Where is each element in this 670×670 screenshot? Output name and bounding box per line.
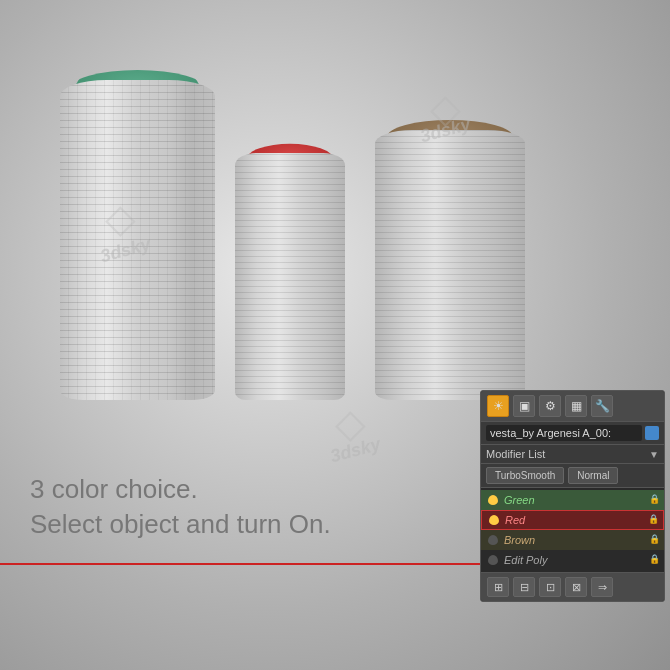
object-color-indicator bbox=[645, 426, 659, 440]
camera-icon-button[interactable]: ▣ bbox=[513, 395, 535, 417]
bulb-brown-icon bbox=[486, 533, 500, 547]
vase-right bbox=[375, 110, 525, 400]
modifier-item-editpoly[interactable]: Edit Poly 🔒 bbox=[481, 550, 664, 570]
lock-editpoly-icon: 🔒 bbox=[649, 554, 659, 566]
text-overlay: 3 color choice. Select object and turn O… bbox=[30, 474, 331, 540]
red-line bbox=[0, 563, 490, 565]
lock-brown-icon: 🔒 bbox=[649, 534, 659, 546]
monitor-icon-button[interactable]: ▦ bbox=[565, 395, 587, 417]
text-line2: Select object and turn On. bbox=[30, 509, 331, 540]
wrench-icon-button[interactable]: 🔧 bbox=[591, 395, 613, 417]
gear-icon-button[interactable]: ⚙ bbox=[539, 395, 561, 417]
text-line1: 3 color choice. bbox=[30, 474, 331, 505]
modifier-item-brown[interactable]: Brown 🔒 bbox=[481, 530, 664, 550]
watermark-3: 3dsky bbox=[328, 434, 383, 467]
bottom-toolbar: ⊞ ⊟ ⊡ ⊠ ⇒ bbox=[481, 572, 664, 601]
toolbar-delete-button[interactable]: ⊠ bbox=[565, 577, 587, 597]
modifier-label-green: Green bbox=[504, 494, 645, 506]
toolbar-pin-button[interactable]: ⊞ bbox=[487, 577, 509, 597]
turbosmooth-button[interactable]: TurboSmooth bbox=[486, 467, 564, 484]
vase-mid bbox=[235, 135, 345, 400]
object-name-row: vesta_by Argenesi A_00: bbox=[481, 422, 664, 445]
modifier-items-list: Green 🔒 Red 🔒 Brown 🔒 bbox=[481, 488, 664, 572]
toolbar-configure-button[interactable]: ⊟ bbox=[513, 577, 535, 597]
modifier-label-red: Red bbox=[505, 514, 644, 526]
lock-red-icon: 🔒 bbox=[648, 514, 658, 526]
modifier-list-row[interactable]: Modifier List ▼ bbox=[481, 445, 664, 464]
modifier-label-brown: Brown bbox=[504, 534, 645, 546]
vase-left bbox=[60, 60, 215, 400]
modifier-label-editpoly: Edit Poly bbox=[504, 554, 645, 566]
render-area: 3dsky 3dsky 3dsky 3 color choice. Select… bbox=[0, 0, 670, 670]
panel-icons-row: ☀ ▣ ⚙ ▦ 🔧 bbox=[481, 391, 664, 422]
dropdown-arrow-icon: ▼ bbox=[649, 449, 659, 460]
toolbar-export-button[interactable]: ⇒ bbox=[591, 577, 613, 597]
vase-mid-body bbox=[235, 153, 345, 400]
sun-icon-button[interactable]: ☀ bbox=[487, 395, 509, 417]
vases-container bbox=[40, 20, 520, 400]
toolbar-move-button[interactable]: ⊡ bbox=[539, 577, 561, 597]
modifier-buttons-row: TurboSmooth Normal bbox=[481, 464, 664, 488]
normal-button[interactable]: Normal bbox=[568, 467, 618, 484]
vase-right-body bbox=[375, 130, 525, 400]
modifier-item-red[interactable]: Red 🔒 bbox=[481, 510, 664, 530]
vase-left-body bbox=[60, 80, 215, 400]
modifier-list-label: Modifier List bbox=[486, 448, 649, 460]
bulb-editpoly-icon bbox=[486, 553, 500, 567]
bulb-green-icon bbox=[486, 493, 500, 507]
ui-panel: ☀ ▣ ⚙ ▦ 🔧 vesta_by Argenesi A_00: Modifi… bbox=[480, 390, 665, 602]
object-name-field[interactable]: vesta_by Argenesi A_00: bbox=[486, 425, 642, 441]
diamond-watermark-3 bbox=[335, 400, 385, 450]
bulb-red-icon bbox=[487, 513, 501, 527]
modifier-item-green[interactable]: Green 🔒 bbox=[481, 490, 664, 510]
lock-green-icon: 🔒 bbox=[649, 494, 659, 506]
